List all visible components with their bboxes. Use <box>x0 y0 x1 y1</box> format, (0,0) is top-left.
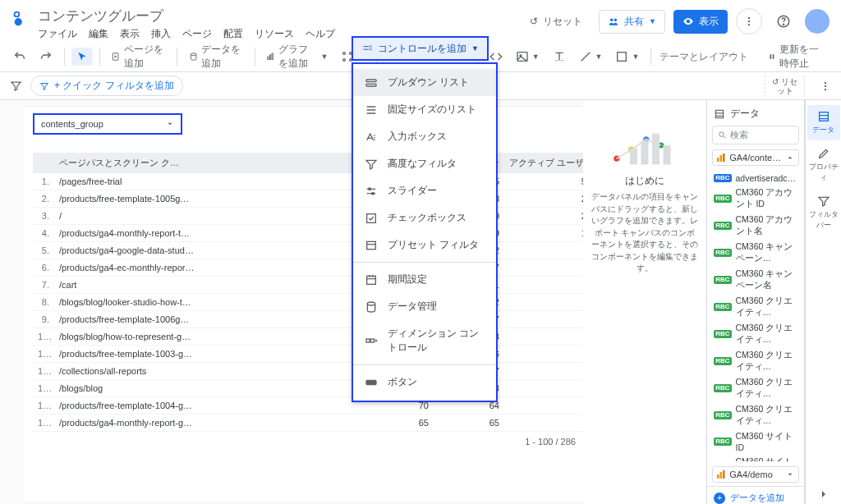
svg-point-1 <box>15 18 22 25</box>
select-tool[interactable] <box>71 48 93 66</box>
field-item[interactable]: RBCCM360 クリエイティ… <box>707 347 804 374</box>
undo-button[interactable] <box>8 47 31 66</box>
menu-item-input[interactable]: 入力ボックス <box>353 123 496 150</box>
col-pagepath[interactable]: ページパスとスクリーン ク… <box>54 153 370 173</box>
add-data-button[interactable]: データを追加 <box>184 39 248 74</box>
table-pager[interactable]: 1 - 100 / 286 <box>33 432 601 452</box>
filter-reset[interactable]: ↺ リセ ット <box>765 76 805 97</box>
expand-icon <box>786 470 794 479</box>
menu-item-dimctl[interactable]: ディメンション コントロール <box>353 320 496 361</box>
data-source-1[interactable]: GA4/contens_group <box>712 149 799 166</box>
svg-rect-36 <box>717 158 719 162</box>
menu-item-slider[interactable]: スライダー <box>353 177 496 204</box>
control-icon <box>361 43 373 54</box>
table-row[interactable]: 9./products/free-template-1006g…846764 <box>33 311 601 328</box>
table-row[interactable]: 11./products/free-template-1003-g…787660 <box>33 346 601 363</box>
svg-point-6 <box>748 24 750 25</box>
table-row[interactable]: 3./291269222 <box>33 208 601 225</box>
field-item[interactable]: RBCadvertiseradcostperc… <box>707 171 804 185</box>
field-item[interactable]: RBCCM360 クリエイティ… <box>707 320 804 347</box>
theme-layout-input[interactable] <box>658 50 756 63</box>
share-button[interactable]: 共有▼ <box>599 10 665 34</box>
table-row[interactable]: 12./collections/all-reports766746 <box>33 363 601 380</box>
svg-point-4 <box>748 17 750 19</box>
field-item[interactable]: RBCCM360 サイト名 <box>707 454 804 461</box>
add-data-link[interactable]: + データを追加 <box>707 486 804 504</box>
field-item[interactable]: RBCCM360 アカウント名 <box>707 212 804 239</box>
table-row[interactable]: 4./products/ga4-monthly-report-t…2152091… <box>33 225 601 242</box>
table-row[interactable]: 10./blogs/blog/how-to-represent-g…799363 <box>33 328 601 346</box>
svg-point-35 <box>719 132 724 137</box>
text-button[interactable] <box>548 47 571 66</box>
text-icon <box>553 50 566 63</box>
table-row[interactable]: 13./blogs/blog755829 <box>33 380 601 397</box>
redo-button[interactable] <box>34 47 57 66</box>
menu-item-checkbox[interactable]: チェックボックス <box>353 204 496 231</box>
field-item[interactable]: RBCCM360 クリエイティ… <box>707 401 804 428</box>
svg-rect-21 <box>770 54 772 59</box>
table-row[interactable]: 15./products/ga4-monthly-report-g…656555 <box>33 415 601 432</box>
data-table[interactable]: ページパスとスクリーン ク… 表示回数 ▼ セッション アクティブ ユーザー数 … <box>33 153 601 452</box>
rail-properties[interactable]: プロパティ <box>807 142 840 188</box>
page-plus-icon <box>111 50 120 63</box>
menu-item-datactl[interactable]: データ管理 <box>353 293 496 320</box>
intro-title: はじめに <box>590 174 700 188</box>
search-icon <box>718 131 727 140</box>
more-menu[interactable] <box>736 8 762 34</box>
shape-button[interactable]: ▼ <box>610 47 644 66</box>
table-row[interactable]: 2./products/free-template-1005g…32325320… <box>33 190 601 208</box>
add-quick-filter[interactable]: + クイック フィルタを追加 <box>30 76 183 96</box>
svg-rect-13 <box>272 53 273 59</box>
svg-rect-34 <box>716 110 724 117</box>
add-page-button[interactable]: ページを追加 <box>106 39 170 74</box>
rail-filterbar[interactable]: フィルタバー <box>807 190 840 236</box>
image-button[interactable]: ▼ <box>511 47 545 66</box>
field-item[interactable]: RBCCM360 キャンペーン… <box>707 239 804 266</box>
line-button[interactable]: ▼ <box>574 47 608 66</box>
rail-expand[interactable] <box>817 488 830 501</box>
filterbar-more[interactable] <box>820 80 831 92</box>
rail-data[interactable]: データ <box>807 105 840 140</box>
add-chart-button[interactable]: グラフを追加▼ <box>261 39 333 74</box>
menu-item-dropdown[interactable]: プルダウン リスト <box>353 69 496 96</box>
field-item[interactable]: RBCCM360 クリエイティ… <box>707 293 804 320</box>
svg-point-3 <box>614 19 618 22</box>
reset-button[interactable]: ↺リセット <box>522 11 591 33</box>
help-button[interactable] <box>770 8 797 34</box>
add-control-button[interactable]: コントロールを追加 ▼ <box>352 36 489 61</box>
table-row[interactable]: 5./products/ga4-google-data-stud…1271429… <box>33 242 601 259</box>
menu-file[interactable]: ファイル <box>38 27 77 41</box>
pause-update-button[interactable]: 更新を一時停止 <box>763 39 833 74</box>
menu-item-fixed[interactable]: 固定サイズのリスト <box>353 96 496 123</box>
svg-rect-51 <box>366 339 370 342</box>
cursor-icon <box>76 51 88 62</box>
menu-edit[interactable]: 編集 <box>89 27 108 41</box>
side-rail: データ プロパティ フィルタバー <box>805 100 841 504</box>
menu-item-preset[interactable]: プリセット フィルタ <box>353 231 496 259</box>
menu-item-button[interactable]: ボタン <box>353 369 496 396</box>
field-item[interactable]: RBCCM360 サイト ID <box>707 428 804 454</box>
field-item[interactable]: RBCCM360 アカウント ID <box>707 185 804 212</box>
view-button[interactable]: 表示 <box>673 10 728 34</box>
data-plus-icon <box>189 50 198 63</box>
field-item[interactable]: RBCCM360 キャンペーン名 <box>707 266 804 293</box>
table-row[interactable]: 14./products/free-template-1004-g…706465 <box>33 397 601 415</box>
field-search[interactable]: 検索 <box>712 126 799 144</box>
svg-rect-43 <box>366 80 376 82</box>
account-avatar[interactable] <box>805 9 830 34</box>
field-item[interactable]: RBCCM360 クリエイティ… <box>707 374 804 401</box>
table-row[interactable]: 1./pages/free-trial859715544 <box>33 173 601 190</box>
ga4-icon <box>717 470 725 479</box>
menu-item-daterange[interactable]: 期間設定 <box>353 266 496 293</box>
table-row[interactable]: 8./blogs/blog/looker-studio-how-t…899279 <box>33 294 601 311</box>
dropdown-control[interactable]: contents_group <box>33 113 182 135</box>
chevron-down-icon <box>166 120 174 128</box>
table-row[interactable]: 7./cart1186159 <box>33 277 601 294</box>
svg-point-16 <box>343 58 346 61</box>
doc-title[interactable]: コンテンツグループ <box>38 7 513 25</box>
svg-rect-39 <box>717 474 719 479</box>
table-row[interactable]: 6./products/ga4-ec-monthly-repor…1149786 <box>33 259 601 277</box>
pause-icon <box>768 51 776 62</box>
menu-item-advfilter[interactable]: 高度なフィルタ <box>353 150 496 177</box>
data-source-2[interactable]: GA4/demo <box>712 466 799 483</box>
